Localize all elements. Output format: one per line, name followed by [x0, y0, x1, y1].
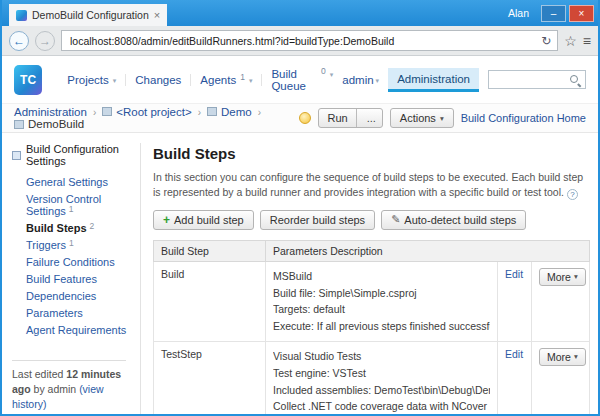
- auto-detect-build-steps-button[interactable]: ✎ Auto-detect build steps: [381, 210, 526, 230]
- nav-agents[interactable]: Agents 1 ▾: [191, 74, 262, 86]
- breadcrumb-separator: ›: [198, 107, 201, 118]
- step-more-cell: More ▾: [531, 341, 589, 414]
- chevron-down-icon: ▾: [574, 272, 578, 281]
- nav-projects-label: Projects: [67, 74, 109, 86]
- settings-sidebar: Build Configuration Settings General Set…: [12, 143, 140, 414]
- step-edit-cell: Edit: [497, 341, 531, 414]
- refresh-icon[interactable]: ↻: [541, 35, 551, 47]
- actions-button[interactable]: Actions ▾: [390, 108, 454, 128]
- nav-build-queue[interactable]: Build Queue 0 ▾: [262, 68, 342, 92]
- username-label: admin: [342, 74, 373, 86]
- build-config-icon: [14, 120, 24, 129]
- project-folder-icon: [102, 107, 112, 116]
- last-edited-note: Last edited 12 minutes ago by admin (vie…: [12, 360, 126, 413]
- browser-window: DemoBuild Configuration × Alan – × ← → ↻…: [0, 0, 600, 416]
- nav-agents-label: Agents: [200, 74, 236, 86]
- window-titlebar: DemoBuild Configuration × Alan – ×: [2, 0, 598, 26]
- edit-link[interactable]: Edit: [505, 348, 523, 360]
- back-button[interactable]: ←: [9, 31, 29, 51]
- build-steps-table: Build Step Parameters Description Build …: [153, 240, 590, 414]
- sidebar-item-agent-requirements[interactable]: Agent Requirements: [12, 321, 136, 338]
- window-controls: Alan – ×: [508, 5, 598, 22]
- breadcrumb: Administration›<Root project>›Demo›DemoB…: [14, 106, 299, 131]
- teamcity-header: TC Projects ▾ Changes Agents 1 ▾ Build Q…: [2, 56, 598, 103]
- search-box: [488, 70, 586, 89]
- url-input[interactable]: [68, 31, 535, 50]
- sidebar-item-version-control[interactable]: Version Control Settings1: [12, 190, 136, 219]
- step-name: Build: [154, 261, 266, 341]
- step-parameters: Visual Studio Tests Test engine: VSTest …: [266, 341, 498, 414]
- sidebar-item-build-features[interactable]: Build Features: [12, 270, 136, 287]
- main-panel: Build Steps In this section you can conf…: [140, 143, 590, 414]
- help-icon[interactable]: ?: [567, 189, 578, 200]
- chevron-down-icon: ▾: [376, 77, 380, 89]
- breadcrumb-administration[interactable]: Administration: [14, 106, 87, 118]
- vcs-count-badge: 1: [69, 204, 74, 214]
- sidebar-item-general-settings[interactable]: General Settings: [12, 173, 136, 190]
- step-more-cell: More ▾: [531, 261, 589, 341]
- nav-projects[interactable]: Projects ▾: [58, 74, 126, 86]
- sidebar-item-parameters[interactable]: Parameters: [12, 304, 136, 321]
- plus-icon: +: [163, 214, 170, 226]
- more-button[interactable]: More ▾: [539, 348, 586, 366]
- tab-close-icon[interactable]: ×: [154, 10, 160, 21]
- build-configuration-home-link[interactable]: Build Configuration Home: [461, 112, 586, 124]
- page-content: Build Configuration Settings General Set…: [2, 133, 598, 414]
- search-icon[interactable]: [569, 74, 581, 86]
- sidebar-item-build-steps[interactable]: Build Steps2: [12, 219, 136, 236]
- breadcrumb-separator: ›: [258, 107, 261, 118]
- add-build-step-button[interactable]: + Add build step: [153, 210, 254, 230]
- actions-button-label: Actions: [400, 112, 436, 124]
- breadcrumb-demo[interactable]: Demo: [207, 106, 252, 118]
- table-row: Build MSBuild Build file: Simple\Simple.…: [154, 261, 590, 341]
- nav-changes[interactable]: Changes: [126, 74, 191, 86]
- build-step-actions: + Add build step Reorder build steps ✎ A…: [153, 210, 590, 230]
- table-header-row: Build Step Parameters Description: [154, 240, 590, 261]
- breadcrumb-bar: Administration›<Root project>›Demo›DemoB…: [2, 103, 598, 133]
- run-options-icon[interactable]: ...: [361, 109, 382, 127]
- section-description: In this section you can configure the se…: [153, 170, 585, 200]
- sidebar-item-dependencies[interactable]: Dependencies: [12, 287, 136, 304]
- hint-lightbulb-icon[interactable]: [299, 112, 311, 124]
- reorder-build-steps-button[interactable]: Reorder build steps: [260, 210, 375, 230]
- favorites-star-icon[interactable]: ☆: [564, 34, 577, 48]
- header-right: admin ▾ Administration: [342, 68, 586, 92]
- tab-title: DemoBuild Configuration: [32, 9, 149, 21]
- user-menu[interactable]: admin ▾: [342, 74, 379, 86]
- more-button[interactable]: More ▾: [539, 268, 586, 286]
- chevron-down-icon: ▾: [113, 77, 117, 85]
- nav-build-queue-label: Build Queue: [271, 68, 317, 92]
- table-row: TestStep Visual Studio Tests Test engine…: [154, 341, 590, 414]
- breadcrumb-root-project[interactable]: <Root project>: [102, 106, 191, 118]
- sidebar-title: Build Configuration Settings: [12, 143, 136, 167]
- step-parameters: MSBuild Build file: Simple\Simple.csproj…: [266, 261, 498, 341]
- edit-link[interactable]: Edit: [505, 268, 523, 280]
- breadcrumb-separator: ›: [93, 107, 96, 118]
- administration-link[interactable]: Administration: [388, 68, 479, 92]
- teamcity-logo[interactable]: TC: [14, 65, 42, 95]
- triggers-count-badge: 1: [69, 238, 74, 248]
- chevron-down-icon: ▾: [574, 352, 578, 361]
- browser-tab[interactable]: DemoBuild Configuration ×: [9, 4, 167, 26]
- column-header-build-step: Build Step: [154, 240, 266, 261]
- breadcrumb-actions: Run ... Actions ▾ Build Configuration Ho…: [299, 108, 586, 128]
- window-user-label: Alan: [508, 7, 529, 19]
- sidebar-item-failure-conditions[interactable]: Failure Conditions: [12, 253, 136, 270]
- queue-count-badge: 0: [321, 66, 326, 76]
- address-bar: ↻: [61, 30, 558, 51]
- teamcity-favicon: [16, 10, 27, 21]
- close-button[interactable]: ×: [569, 5, 594, 22]
- settings-menu-icon[interactable]: ≡: [583, 34, 591, 48]
- main-nav: Projects ▾ Changes Agents 1 ▾ Build Queu…: [58, 68, 342, 92]
- agents-count-badge: 1: [240, 72, 245, 82]
- chevron-down-icon: ▾: [330, 71, 334, 79]
- sidebar-item-triggers[interactable]: Triggers1: [12, 236, 136, 253]
- run-button[interactable]: Run ...: [318, 108, 382, 128]
- settings-tree-icon: [12, 151, 21, 160]
- chevron-down-icon: ▾: [249, 77, 253, 85]
- search-input[interactable]: [493, 73, 569, 87]
- page-title: Build Steps: [153, 145, 590, 162]
- breadcrumb-demobuild: DemoBuild: [14, 118, 84, 130]
- forward-button[interactable]: →: [35, 31, 55, 51]
- minimize-button[interactable]: –: [541, 5, 566, 22]
